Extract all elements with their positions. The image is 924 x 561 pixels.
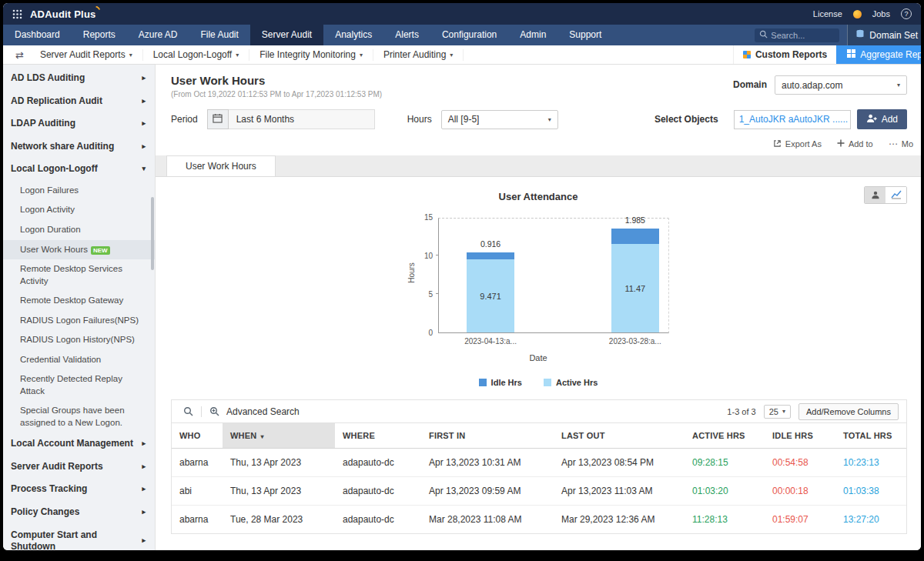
nav-tab-file-audit[interactable]: File Audit	[189, 25, 249, 45]
license-status-icon[interactable]	[853, 10, 862, 18]
column-header-who[interactable]: WHO	[172, 423, 223, 448]
column-header-idle-hrs[interactable]: IDLE HRS	[765, 423, 835, 448]
nav-tab-support[interactable]: Support	[557, 25, 613, 45]
nav-tab-analytics[interactable]: Analytics	[323, 25, 383, 45]
nav-tab-dashboard[interactable]: Dashboard	[3, 25, 72, 45]
apps-grid-icon[interactable]	[12, 9, 22, 19]
domain-settings-button[interactable]: Domain Set	[847, 25, 921, 45]
sidebar-item-user-work-hours[interactable]: User Work HoursNEW	[3, 240, 155, 260]
column-header-first-in[interactable]: FIRST IN	[421, 423, 554, 448]
column-header-last-out[interactable]: LAST OUT	[554, 423, 685, 448]
calendar-button[interactable]	[207, 109, 229, 129]
add-to-button[interactable]: Add to	[837, 139, 873, 149]
chart-bar-2023-03-28-a[interactable]: 1.98511.47	[611, 219, 659, 332]
sidebar-item-special-groups-have-been-assigned-to-a-new-logon[interactable]: Special Groups have been assigned to a N…	[3, 401, 155, 432]
more-button[interactable]: ⋯ Mo	[889, 139, 913, 149]
sidebar-item-recently-detected-replay-attack[interactable]: Recently Detected Replay Attack	[3, 369, 155, 401]
nav-tab-admin[interactable]: Admin	[508, 25, 557, 45]
tab-user-work-hours[interactable]: User Work Hours	[166, 155, 276, 176]
subnav-items: Server Audit Reports▾Local Logon-Logoff▾…	[30, 45, 464, 64]
table-row[interactable]: abarnaTue, 28 Mar 2023adapauto-dcMar 28,…	[172, 506, 906, 533]
column-header-active-hrs[interactable]: ACTIVE HRS	[685, 423, 765, 448]
sidebar-group-policy-changes[interactable]: Policy Changes▸	[3, 501, 155, 524]
chart-view-toggle[interactable]	[886, 187, 906, 203]
select-objects-input[interactable]: 1_AutoJKR aAutoJKR ......	[734, 110, 851, 129]
toolbar-divider	[201, 406, 202, 417]
y-axis-label: Hours	[407, 262, 416, 283]
table-row[interactable]: abarnaThu, 13 Apr 2023adapauto-dcApr 13,…	[172, 449, 906, 477]
sidebar-group-local-account-management[interactable]: Local Account Management▸	[3, 432, 155, 456]
export-as-button[interactable]: Export As	[773, 139, 822, 149]
sidebar-item-logon-failures[interactable]: Logon Failures	[3, 181, 155, 201]
nav-tab-server-audit[interactable]: Server Audit	[250, 25, 323, 45]
subnav-local-logon-logoff[interactable]: Local Logon-Logoff▾	[143, 49, 250, 61]
chevron-down-icon: ▾	[897, 82, 900, 88]
sidebar-group-ad-lds-auditing[interactable]: AD LDS Auditing▸	[3, 67, 155, 90]
sidebar-group-network-share-auditing[interactable]: Network share Auditing▸	[3, 135, 155, 159]
subnav-printer-auditing[interactable]: Printer Auditing▾	[373, 49, 464, 61]
cell-where: adapauto-dc	[335, 506, 421, 533]
help-icon[interactable]: ?	[901, 8, 912, 19]
license-link[interactable]: License	[813, 9, 842, 18]
chevron-right-icon: ▸	[142, 508, 146, 517]
add-button[interactable]: Add	[857, 109, 907, 129]
table-row[interactable]: abiThu, 13 Apr 2023adapauto-dcApr 13,202…	[172, 477, 906, 506]
nav-tab-reports[interactable]: Reports	[72, 25, 127, 45]
subnav-file-integrity-monitoring[interactable]: File Integrity Monitoring▾	[249, 49, 373, 61]
aggregate-reports-button[interactable]: Aggregate Rep	[836, 45, 921, 64]
sidebar-scrollbar[interactable]	[151, 197, 154, 270]
sidebar-item-remote-desktop-services-activity[interactable]: Remote Desktop Services Activity	[3, 259, 155, 291]
app-window: ADAudit Plus License Jobs ? DashboardRep…	[3, 3, 921, 550]
advanced-search-label[interactable]: Advanced Search	[226, 406, 300, 417]
idle-segment	[467, 252, 514, 259]
advanced-search-icon[interactable]	[206, 406, 223, 416]
search-icon[interactable]	[179, 406, 197, 416]
cell-idle: 00:54:58	[765, 449, 835, 476]
main-nav: DashboardReportsAzure ADFile AuditServer…	[3, 25, 921, 45]
sidebar-item-logon-duration[interactable]: Logon Duration	[3, 220, 155, 240]
chart-bar-2023-04-13-a[interactable]: 0.9169.471	[467, 219, 514, 332]
nav-tab-configuration[interactable]: Configuration	[430, 25, 508, 45]
sidebar-item-radius-logon-failures-nps[interactable]: RADIUS Logon Failures(NPS)	[3, 311, 155, 331]
sidebar-item-remote-desktop-gateway[interactable]: Remote Desktop Gateway	[3, 291, 155, 311]
chevron-right-icon: ▸	[142, 485, 146, 494]
sidebar-group-computer-start-and-shutdown[interactable]: Computer Start and Shutdown▸	[3, 524, 155, 550]
sidebar-group-ad-replication-audit[interactable]: AD Replication Audit▸	[3, 90, 155, 113]
subnav-right: Custom Reports Aggregate Rep	[733, 45, 921, 64]
page-size-select[interactable]: 25 ▾	[764, 405, 791, 419]
hours-select-value: All [9-5]	[448, 114, 480, 125]
table-toolbar: Advanced Search 1-3 of 3 25 ▾ Add/Remove…	[172, 400, 906, 423]
column-header-when[interactable]: WHEN▾	[223, 423, 335, 448]
add-button-label: Add	[882, 114, 898, 125]
sidebar-item-credential-validation[interactable]: Credential Validation	[3, 350, 155, 370]
nav-tab-alerts[interactable]: Alerts	[383, 25, 430, 45]
search-input[interactable]	[771, 31, 831, 40]
cell-where: adapauto-dc	[335, 449, 421, 476]
sidebar-group-local-logon-logoff[interactable]: Local Logon-Logoff▾	[3, 158, 155, 181]
cell-last-out: Apr 13,2023 11:03 AM	[554, 477, 685, 505]
sidebar-item-radius-logon-history-nps[interactable]: RADIUS Logon History(NPS)	[3, 330, 155, 350]
subnav-server-audit-reports[interactable]: Server Audit Reports▾	[30, 49, 143, 61]
more-label: Mo	[902, 139, 913, 149]
chart-legend: Idle HrsActive Hrs	[156, 378, 921, 387]
custom-reports-button[interactable]: Custom Reports	[733, 45, 836, 64]
jobs-link[interactable]: Jobs	[872, 9, 890, 18]
sidebar-group-process-tracking[interactable]: Process Tracking▸	[3, 478, 155, 501]
domain-select[interactable]: auto.adap.com ▾	[775, 75, 907, 95]
nav-tab-azure-ad[interactable]: Azure AD	[127, 25, 189, 45]
hours-select[interactable]: All [9-5] ▾	[441, 110, 558, 129]
report-date-range: (From Oct 19,2022 01:12:53 PM to Apr 17,…	[171, 90, 382, 99]
user-view-toggle[interactable]	[865, 187, 886, 203]
main-nav-right: Domain Set	[755, 25, 921, 45]
sidebar-item-logon-activity[interactable]: Logon Activity	[3, 200, 155, 220]
sidebar-group-server-audit-reports[interactable]: Server Audit Reports▸	[3, 456, 155, 479]
cell-when: Thu, 13 Apr 2023	[223, 449, 335, 476]
column-header-where[interactable]: WHERE	[335, 423, 421, 448]
add-remove-columns-button[interactable]: Add/Remove Columns	[798, 403, 899, 420]
sidebar-group-ldap-auditing[interactable]: LDAP Auditing▸	[3, 112, 155, 135]
cell-active: 09:28:15	[685, 449, 765, 476]
column-header-total-hrs[interactable]: TOTAL HRS	[835, 423, 906, 448]
global-search[interactable]	[755, 28, 839, 42]
period-input[interactable]: Last 6 Months	[229, 109, 375, 129]
collapse-sidebar-icon[interactable]: ⇄	[9, 49, 30, 61]
